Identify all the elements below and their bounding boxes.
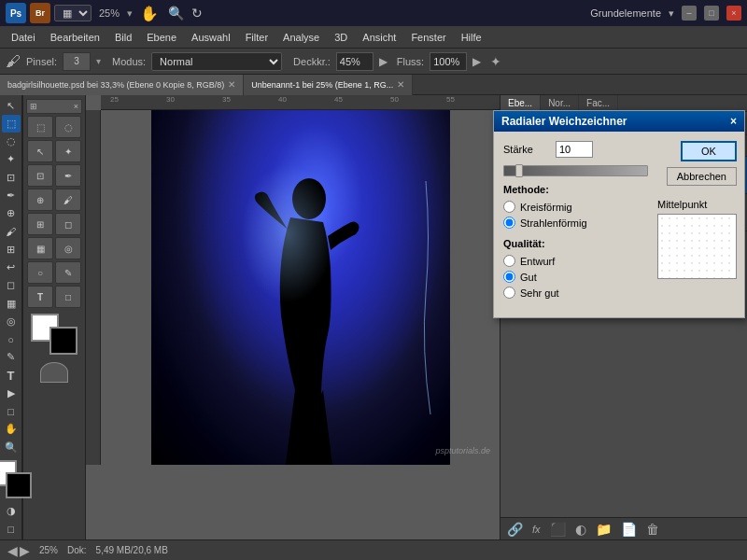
abbrechen-button[interactable]: Abbrechen (667, 167, 737, 186)
mini-bg-color[interactable] (49, 327, 78, 355)
zoom-tool[interactable]: 🔍 (2, 439, 21, 455)
layer-fx-btn[interactable]: fx (529, 524, 543, 535)
rotate-tool-icon[interactable]: ↻ (190, 6, 204, 21)
quick-mask-button[interactable]: ◑ (2, 503, 21, 520)
path-select-tool[interactable]: ▶ (2, 385, 21, 401)
layer-group-btn[interactable]: 📁 (593, 522, 614, 537)
gut-option[interactable]: Gut (503, 271, 648, 283)
mini-select-btn[interactable]: ⬚ (27, 116, 53, 138)
tab-fac[interactable]: Fac... (579, 95, 618, 111)
blur-tool[interactable]: ◎ (2, 313, 21, 329)
hand-tool-icon[interactable]: ✋ (136, 5, 162, 22)
nav-prev-btn[interactable]: ◀ (7, 543, 18, 558)
brush-tool[interactable]: 🖌 (2, 223, 21, 240)
gut-radio[interactable] (503, 271, 515, 283)
fg-bg-colors[interactable] (0, 460, 32, 497)
layer-mask-btn[interactable]: ⬛ (547, 522, 569, 537)
layer-new-btn[interactable]: 📄 (618, 522, 640, 537)
staerke-input[interactable] (556, 141, 593, 158)
mini-brush-btn[interactable]: 🖌 (55, 189, 81, 211)
sehr-gut-radio[interactable] (503, 287, 515, 299)
mini-fg-bg[interactable] (31, 314, 78, 355)
mittelpunkt-box[interactable] (657, 214, 737, 279)
menu-bild[interactable]: Bild (107, 30, 139, 45)
history-brush-tool[interactable]: ↩ (2, 259, 21, 275)
workspace-dropdown[interactable]: ▾ (669, 7, 674, 20)
tab-badgirl-close[interactable]: ✕ (228, 79, 235, 90)
menu-bearbeiten[interactable]: Bearbeiten (43, 30, 107, 45)
modus-dropdown[interactable]: Normal (151, 52, 282, 71)
eraser-tool[interactable]: ◻ (2, 277, 21, 294)
mini-stamp-btn[interactable]: ⊞ (27, 213, 53, 235)
sehr-gut-option[interactable]: Sehr gut (503, 287, 648, 299)
menu-3d[interactable]: 3D (327, 30, 355, 45)
mini-crop-btn[interactable]: ⊡ (27, 164, 53, 187)
layer-adjust-btn[interactable]: ◐ (572, 522, 589, 537)
mini-panel-close[interactable]: × (74, 102, 78, 111)
maximize-button[interactable]: □ (704, 6, 719, 21)
deckkraft-arrow[interactable]: ▶ (379, 55, 388, 68)
marquee-tool[interactable]: ⬚ (2, 115, 21, 132)
mini-blur-btn[interactable]: ◎ (55, 237, 81, 259)
strahlenfoermig-option[interactable]: Strahlenförmig (503, 217, 648, 229)
menu-datei[interactable]: Datei (4, 30, 43, 45)
screen-mode-button[interactable]: □ (2, 521, 21, 538)
kreisfoermig-option[interactable]: Kreisförmig (503, 201, 648, 213)
background-color[interactable] (6, 472, 32, 498)
mini-dodge-btn[interactable]: ○ (27, 261, 53, 284)
magic-wand-tool[interactable]: ✦ (2, 151, 21, 168)
layer-link-btn[interactable]: 🔗 (504, 522, 526, 537)
menu-ansicht[interactable]: Ansicht (355, 30, 403, 45)
gradient-tool[interactable]: ▦ (2, 295, 21, 312)
brush-dropdown-arrow[interactable]: ▾ (96, 56, 101, 66)
mini-heal-btn[interactable]: ⊕ (27, 189, 53, 211)
tab-unbenannt-close[interactable]: ✕ (397, 79, 404, 90)
airbrush-icon[interactable]: ✦ (490, 54, 501, 69)
mini-eraser-btn[interactable]: ◻ (55, 213, 81, 235)
zoom-dropdown-arrow[interactable]: ▾ (127, 7, 133, 20)
entwurf-radio[interactable] (503, 255, 515, 267)
mini-eye-btn[interactable]: ✒ (55, 164, 81, 187)
mini-magic-btn[interactable]: ✦ (55, 140, 81, 162)
nav-next-btn[interactable]: ▶ (20, 543, 30, 558)
menu-analyse[interactable]: Analyse (275, 30, 327, 45)
type-tool[interactable]: T (2, 367, 21, 384)
mini-type-btn[interactable]: T (27, 286, 53, 308)
deckkraft-input[interactable] (336, 52, 374, 71)
crop-tool[interactable]: ⊡ (2, 169, 21, 186)
fluss-input[interactable] (430, 52, 467, 71)
staerke-slider[interactable] (503, 165, 648, 176)
menu-hilfe[interactable]: Hilfe (454, 30, 489, 45)
strahlenfoermig-radio[interactable] (503, 217, 515, 229)
menu-filter[interactable]: Filter (238, 30, 275, 45)
menu-fenster[interactable]: Fenster (403, 30, 453, 45)
mini-quick-mask[interactable] (40, 362, 68, 383)
brush-preset-icon[interactable]: 🖌 (6, 53, 21, 70)
kreisfoermig-radio[interactable] (503, 201, 515, 213)
zoom-tool-icon[interactable]: 🔍 (166, 6, 186, 21)
move-tool[interactable]: ↖ (2, 97, 21, 114)
stamp-tool[interactable]: ⊞ (2, 241, 21, 258)
menu-auswahl[interactable]: Auswahl (184, 30, 238, 45)
tab-unbenannt[interactable]: Unbenannt-1 bei 25% (Ebene 1, RG... ✕ (244, 75, 413, 95)
tab-nor[interactable]: Nor... (541, 95, 579, 111)
close-button[interactable]: × (726, 6, 741, 21)
view-mode-dropdown[interactable]: ▦ (54, 5, 92, 21)
dialog-close-btn[interactable]: × (730, 115, 737, 128)
lasso-tool[interactable]: ◌ (2, 133, 21, 150)
layer-delete-btn[interactable]: 🗑 (643, 522, 662, 537)
menu-ebene[interactable]: Ebene (139, 30, 184, 45)
mini-gradient-btn[interactable]: ▦ (27, 237, 53, 259)
mini-shape-btn[interactable]: □ (55, 286, 81, 308)
brush-size-box[interactable]: 3 (63, 52, 91, 71)
eyedropper-tool[interactable]: ✒ (2, 187, 21, 203)
tab-ebene[interactable]: Ebe... (500, 95, 541, 111)
tab-badgirl[interactable]: badgirlsilhouette.psd bei 33,3% (Ebene 0… (0, 75, 244, 95)
entwurf-option[interactable]: Entwurf (503, 255, 648, 267)
shape-tool[interactable]: □ (2, 403, 21, 420)
mini-lasso-btn[interactable]: ◌ (55, 116, 81, 138)
mini-pen-btn[interactable]: ✎ (55, 261, 81, 284)
ok-button[interactable]: OK (681, 141, 737, 161)
mini-move-btn[interactable]: ↖ (27, 140, 53, 162)
dodge-tool[interactable]: ○ (2, 330, 21, 347)
